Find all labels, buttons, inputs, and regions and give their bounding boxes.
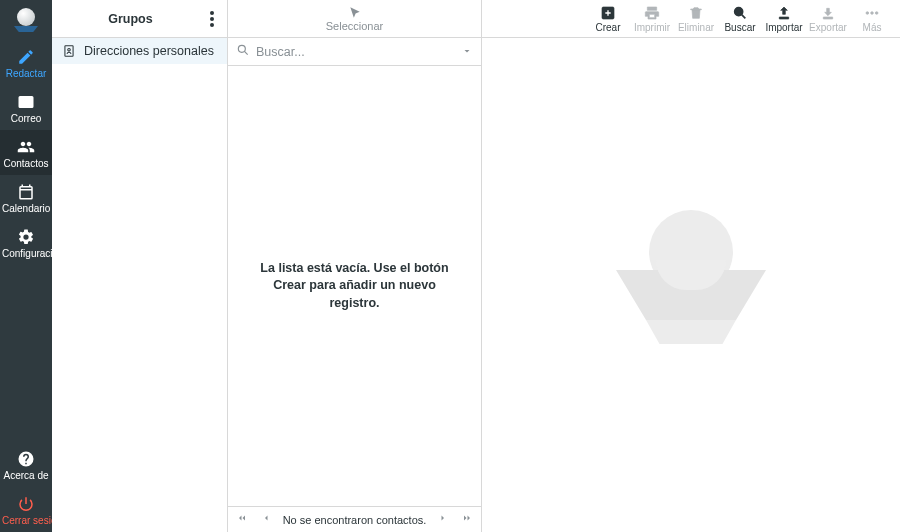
search-icon [236, 43, 250, 61]
groups-header: Grupos [52, 0, 227, 38]
compose-button[interactable]: Redactar [0, 40, 52, 85]
nav-settings[interactable]: Configuraci... [0, 220, 52, 265]
upload-icon [776, 5, 792, 21]
compose-label: Redactar [0, 68, 52, 79]
kebab-icon [210, 11, 214, 27]
calendar-icon [17, 183, 35, 201]
search-button[interactable]: Buscar [718, 0, 762, 37]
contacts-icon [17, 138, 35, 156]
select-toolbar[interactable]: Seleccionar [228, 0, 481, 38]
nav-about[interactable]: Acerca de [0, 442, 52, 487]
nav-contacts[interactable]: Contactos [0, 130, 52, 175]
search-input[interactable] [256, 45, 455, 59]
nav-calendar[interactable]: Calendario [0, 175, 52, 220]
mail-icon [17, 93, 35, 111]
search-bar [228, 38, 481, 66]
svg-point-11 [871, 11, 874, 14]
search-icon [732, 5, 748, 21]
import-label: Importar [765, 22, 802, 33]
more-button: Más [850, 0, 894, 37]
export-label: Exportar [809, 22, 847, 33]
groups-title: Grupos [58, 12, 203, 26]
nav-mail-label: Correo [0, 113, 52, 124]
groups-list: Direcciones personales [52, 38, 227, 532]
task-menu: Redactar Correo Contactos Calendario Con… [0, 0, 52, 532]
svg-line-9 [742, 14, 746, 18]
delete-label: Eliminar [678, 22, 714, 33]
pager-prev[interactable] [258, 512, 274, 527]
trash-icon [688, 5, 704, 21]
chevrons-right-icon [461, 512, 473, 524]
contact-canvas [482, 38, 900, 532]
chevron-right-icon [437, 512, 449, 524]
app-logo [0, 0, 52, 40]
question-icon [17, 450, 35, 468]
app-logo-icon [14, 8, 38, 32]
create-label: Crear [595, 22, 620, 33]
groups-menu-button[interactable] [203, 10, 221, 28]
nav-contacts-label: Contactos [0, 158, 52, 169]
more-icon [864, 5, 880, 21]
svg-point-2 [210, 23, 214, 27]
group-item-personal[interactable]: Direcciones personales [52, 38, 227, 64]
groups-column: Grupos Direcciones personales [52, 0, 228, 532]
svg-point-0 [210, 11, 214, 15]
nav-settings-label: Configuraci... [0, 248, 52, 259]
pager-last[interactable] [459, 512, 475, 527]
svg-point-1 [210, 17, 214, 21]
nav-logout-label: Cerrar sesión [0, 515, 52, 526]
contacts-list-column: Seleccionar La lista está vacía. Use el … [228, 0, 482, 532]
main-toolbar: Crear Imprimir Eliminar Buscar Importar … [482, 0, 900, 38]
addressbook-icon [62, 44, 76, 58]
more-label: Más [863, 22, 882, 33]
svg-point-10 [866, 11, 869, 14]
pager-next[interactable] [435, 512, 451, 527]
import-button[interactable]: Importar [762, 0, 806, 37]
group-item-label: Direcciones personales [84, 44, 214, 58]
nav-logout[interactable]: Cerrar sesión [0, 487, 52, 532]
select-label: Seleccionar [326, 20, 383, 32]
pager-first[interactable] [234, 512, 250, 527]
svg-point-4 [68, 49, 71, 52]
svg-point-8 [735, 7, 743, 15]
gear-icon [17, 228, 35, 246]
chevrons-left-icon [236, 512, 248, 524]
contacts-empty-state: La lista está vacía. Use el botón Crear … [228, 66, 481, 506]
power-icon [17, 495, 35, 513]
contact-preview-column: Crear Imprimir Eliminar Buscar Importar … [482, 0, 900, 532]
cursor-icon [348, 6, 362, 20]
svg-point-12 [875, 11, 878, 14]
print-icon [644, 5, 660, 21]
print-label: Imprimir [634, 22, 670, 33]
nav-calendar-label: Calendario [0, 203, 52, 214]
pager: No se encontraron contactos. [228, 506, 481, 532]
nav-about-label: Acerca de [0, 470, 52, 481]
delete-button: Eliminar [674, 0, 718, 37]
search-options-button[interactable] [461, 43, 473, 61]
contacts-empty-message: La lista está vacía. Use el botón Crear … [252, 260, 457, 313]
pager-status: No se encontraron contactos. [282, 514, 427, 526]
svg-line-6 [244, 51, 247, 54]
search-label: Buscar [724, 22, 755, 33]
watermark-icon [616, 210, 766, 360]
svg-point-5 [238, 45, 245, 52]
chevron-down-icon [461, 45, 473, 57]
plus-square-icon [600, 5, 616, 21]
compose-icon [17, 48, 35, 66]
print-button: Imprimir [630, 0, 674, 37]
nav-mail[interactable]: Correo [0, 85, 52, 130]
export-button: Exportar [806, 0, 850, 37]
chevron-left-icon [260, 512, 272, 524]
download-icon [820, 5, 836, 21]
create-button[interactable]: Crear [586, 0, 630, 37]
